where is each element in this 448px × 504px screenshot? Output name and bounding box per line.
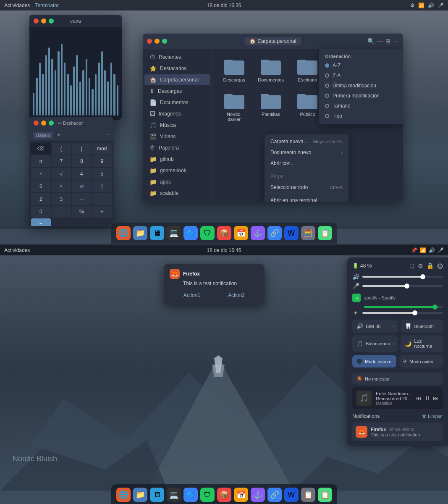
sidebar-item[interactable]: 📁apps — [144, 176, 210, 187]
calc-btn[interactable]: . — [52, 206, 71, 218]
calc-btn[interactable]: 1 — [92, 181, 112, 192]
power-icon-qs[interactable]: ⏻ — [437, 262, 443, 269]
qs-toggle-bim30[interactable]: 🔊 BIM-30 › — [352, 320, 398, 333]
calc-btn[interactable]: mod — [92, 143, 112, 155]
dock-icon-bottom[interactable]: 🖥 — [150, 488, 164, 502]
sort-item[interactable]: Última modificación — [319, 81, 403, 91]
notif-action1[interactable]: Action1 — [177, 291, 207, 300]
max-btn-calc[interactable] — [49, 121, 54, 126]
sidebar-item[interactable]: ⏱Recientes — [144, 52, 210, 63]
media-next[interactable]: ⏭ — [433, 395, 439, 402]
calc-btn[interactable]: 9 — [92, 155, 112, 167]
qs-brightness-slider[interactable] — [362, 312, 443, 314]
qs-toggle-nightlight[interactable]: 🌙 Luz nocturna — [401, 335, 443, 352]
menu-icon-files[interactable]: ⋯ — [393, 38, 399, 45]
dock-icon-bottom[interactable]: 📋 — [318, 488, 332, 502]
max-btn-cava[interactable] — [49, 18, 54, 24]
calc-btn[interactable]: π — [31, 155, 51, 167]
calc-btn[interactable]: 6 — [31, 181, 51, 192]
volume-icon-top[interactable]: 🔊 — [428, 3, 434, 8]
calc-btn[interactable]: 3 — [52, 193, 71, 205]
media-prev[interactable]: ⏮ — [416, 395, 422, 402]
qs-toggle-bluetooth[interactable]: 🦷 Bluetooth — [401, 320, 443, 333]
calc-btn[interactable]: + — [31, 168, 51, 180]
settings-icon-qs[interactable]: ⚙ — [418, 262, 423, 269]
calc-btn[interactable]: − — [72, 193, 92, 205]
wifi-icon-top[interactable]: 📶 — [418, 3, 424, 8]
sidebar-item[interactable]: 🎬Vídeos — [144, 131, 210, 142]
qs-no-disturb[interactable]: 🔕 No molestar — [352, 373, 443, 385]
qs-spotify-slider[interactable] — [364, 306, 443, 308]
min-btn-files[interactable] — [155, 39, 160, 44]
sidebar-item[interactable]: ⬇Descargas — [144, 86, 210, 97]
close-btn-calc[interactable] — [34, 121, 39, 126]
sidebar-item[interactable]: 🎵Música — [144, 120, 210, 131]
dock-icon-bottom[interactable]: 📋 — [301, 488, 315, 502]
min-btn-cava[interactable] — [41, 18, 46, 24]
qs-toggle-balance[interactable]: 🎵 Balanceado › — [352, 335, 398, 352]
calc-btn[interactable]: ⌫ — [31, 143, 51, 155]
qs-airplane-mode[interactable]: ✈ Modo avión — [399, 355, 443, 368]
qs-dark-mode[interactable]: 🌑 Modo oscuro — [352, 355, 396, 368]
folder-item[interactable]: Descargas — [218, 55, 250, 85]
ctx-item[interactable]: Documento nuevo› — [265, 147, 348, 158]
dock-icon-bottom[interactable]: 📦 — [217, 488, 231, 502]
dock-icon[interactable]: 🔷 — [183, 226, 198, 240]
close-btn-files[interactable] — [147, 39, 152, 44]
folder-item[interactable]: Documentos — [254, 55, 287, 85]
sort-item[interactable]: Tipo — [319, 111, 403, 121]
volume-icon-bottom[interactable]: 🔊 — [429, 247, 435, 253]
ctx-item[interactable]: Carpeta nueva...Mayús+Ctrl+N — [265, 136, 348, 147]
calc-btn[interactable]: 0 — [31, 206, 51, 218]
calc-btn[interactable]: % — [72, 206, 92, 218]
dock-icon-bottom[interactable]: 📅 — [234, 488, 248, 502]
calc-mode[interactable]: Básico — [33, 132, 53, 139]
dock-icon[interactable]: 📦 — [217, 226, 231, 240]
calc-btn[interactable]: √ — [52, 168, 71, 180]
sort-item[interactable]: Primera modificación — [319, 91, 403, 101]
lock-icon-qs[interactable]: 🔒 — [427, 262, 434, 269]
screenshot-icon[interactable]: ⬡ — [409, 262, 414, 269]
dock-icon[interactable]: 🛡 — [200, 226, 215, 240]
close-btn-cava[interactable] — [34, 18, 39, 24]
sidebar-item[interactable]: 📄Documentos — [144, 97, 210, 108]
dock-icon[interactable]: 📁 — [133, 226, 147, 240]
view-icon-files[interactable]: — — [377, 38, 383, 45]
ctx-item[interactable]: Seleccionar todoCtrl+A — [265, 182, 348, 193]
calc-btn[interactable]: 4 — [72, 168, 92, 180]
max-btn-files[interactable] — [162, 39, 167, 44]
qs-mic-slider[interactable] — [362, 285, 443, 287]
dock-icon[interactable]: 🖥 — [150, 226, 164, 240]
sidebar-item[interactable]: 📁scalable — [144, 188, 210, 199]
dock-icon[interactable]: 📋 — [318, 226, 332, 240]
calc-btn[interactable] — [92, 193, 112, 205]
calc-btn[interactable]: + — [92, 206, 112, 218]
dock-icon[interactable]: 💻 — [167, 226, 181, 240]
dock-icon[interactable]: ⚓ — [251, 226, 265, 240]
calc-btn[interactable]: ( — [52, 143, 71, 155]
calc-mode-arrow[interactable]: ▼ — [57, 133, 61, 137]
calc-btn[interactable]: x² — [72, 181, 92, 192]
ctx-item[interactable]: Abrir en una terminal — [265, 195, 348, 202]
calc-menu-icon[interactable]: ⋯ — [105, 132, 110, 138]
sidebar-item[interactable]: 📁github — [144, 154, 210, 165]
search-icon-files[interactable]: 🔍 — [367, 38, 375, 45]
wifi-icon-bottom[interactable]: 📶 — [420, 247, 426, 253]
calc-btn[interactable]: 7 — [52, 155, 71, 167]
calc-btn[interactable]: ) — [72, 143, 92, 155]
calc-btn[interactable]: 8 — [72, 155, 92, 167]
dock-icon[interactable]: 🌐 — [116, 226, 131, 240]
sidebar-item[interactable]: 🖼Imágenes — [144, 108, 210, 119]
sidebar-item[interactable]: 📁terminatorlib — [144, 199, 210, 202]
settings-icon-top[interactable]: ⚙ — [410, 3, 415, 8]
calc-btn[interactable]: × — [52, 181, 71, 192]
media-play-pause[interactable]: ⏸ — [424, 395, 430, 402]
dock-icon-bottom[interactable]: 💻 — [167, 488, 181, 502]
sidebar-item[interactable]: 🏠Carpeta personal — [144, 74, 210, 85]
sort-item[interactable]: Tamaño — [319, 101, 403, 111]
dock-icon-bottom[interactable]: ⚓ — [251, 488, 265, 502]
folder-item[interactable]: Plantillas — [254, 89, 287, 124]
calc-btn[interactable]: 2 — [31, 193, 51, 205]
calc-btn[interactable]: = — [31, 218, 51, 226]
dock-icon-bottom[interactable]: 🌐 — [116, 488, 131, 502]
